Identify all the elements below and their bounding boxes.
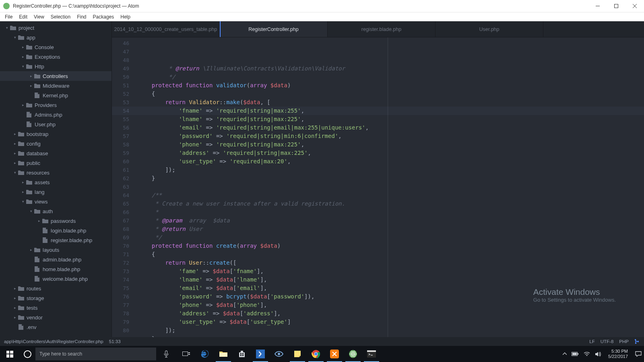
- code-line[interactable]: */: [138, 73, 644, 81]
- tree-folder-providers[interactable]: ▸Providers: [0, 100, 111, 110]
- tray-wifi-icon[interactable]: [584, 352, 590, 356]
- tab-registercontroller-php[interactable]: RegisterController.php: [220, 21, 328, 37]
- tree-file--env[interactable]: .env: [0, 322, 111, 332]
- tree-file-register-blade-php[interactable]: register.blade.php: [0, 235, 111, 245]
- code-line[interactable]: 'user_type' => 'required|max:20',: [138, 157, 644, 166]
- code-line[interactable]: 'email' => 'required|string|email|max:25…: [138, 123, 644, 132]
- menu-view[interactable]: View: [31, 13, 47, 21]
- tree-folder-bootstrap[interactable]: ▸bootstrap: [0, 129, 111, 139]
- chrome-icon[interactable]: [307, 346, 325, 362]
- task-view-button[interactable]: [177, 346, 196, 362]
- tray-volume-icon[interactable]: [595, 352, 601, 357]
- code-line[interactable]: return User::create([: [138, 259, 644, 267]
- tree-folder-assets[interactable]: ▸assets: [0, 177, 111, 187]
- menu-selection[interactable]: Selection: [47, 13, 74, 21]
- status-line-ending[interactable]: LF: [589, 339, 594, 344]
- menu-edit[interactable]: Edit: [16, 13, 31, 21]
- window-close-button[interactable]: [625, 0, 644, 12]
- tab-register-blade-php[interactable]: register.blade.php: [328, 21, 436, 37]
- tab-user-php[interactable]: User.php: [436, 21, 543, 37]
- tree-folder-views[interactable]: ▾views: [0, 197, 111, 206]
- tree-folder-passwords[interactable]: ▸passwords: [0, 216, 111, 226]
- tree-folder-console[interactable]: ▸Console: [0, 42, 111, 52]
- taskbar-clock[interactable]: 5:30 PM 5/22/2017: [606, 349, 630, 359]
- code-line[interactable]: */: [138, 233, 644, 242]
- code-line[interactable]: 'address' => 'required|string|max:225',: [138, 149, 644, 157]
- code-line[interactable]: 'email' => $data['email'],: [138, 284, 644, 292]
- app-icon-eye[interactable]: [270, 346, 288, 362]
- window-maximize-button[interactable]: [607, 0, 625, 12]
- tree-folder-layouts[interactable]: ▸layouts: [0, 245, 111, 255]
- tree-folder-controllers[interactable]: ▸Controllers: [0, 71, 111, 81]
- tree-file-home-blade-php[interactable]: home.blade.php: [0, 264, 111, 274]
- tree-file-kernel-php[interactable]: Kernel.php: [0, 90, 111, 100]
- code-content[interactable]: * @return \Illuminate\Contracts\Validati…: [134, 37, 644, 337]
- tree-folder-http[interactable]: ▾Http: [0, 62, 111, 71]
- code-line[interactable]: {: [138, 250, 644, 259]
- code-line[interactable]: * @return User: [138, 225, 644, 233]
- tree-folder-lang[interactable]: ▸lang: [0, 187, 111, 197]
- menu-find[interactable]: Find: [74, 13, 89, 21]
- app-icon-blue[interactable]: [251, 346, 270, 362]
- tree-folder-database[interactable]: ▸database: [0, 148, 111, 158]
- tab-2014-10-12-000000-create-users-table-php[interactable]: 2014_10_12_000000_create_users_table.php: [112, 21, 220, 37]
- code-line[interactable]: * Create a new user instance after a val…: [138, 200, 644, 208]
- tree-folder-middleware[interactable]: ▸Middleware: [0, 81, 111, 90]
- file-explorer-icon[interactable]: [214, 346, 233, 362]
- tree-folder-vendor[interactable]: ▸vendor: [0, 313, 111, 322]
- git-status-icon[interactable]: [634, 339, 640, 344]
- tree-folder-resources[interactable]: ▾resources: [0, 168, 111, 177]
- code-line[interactable]: 'lname' => $data['lname'],: [138, 276, 644, 284]
- tree-file-user-php[interactable]: User.php: [0, 119, 111, 129]
- menu-packages[interactable]: Packages: [90, 13, 118, 21]
- tree-folder-app[interactable]: ▾app: [0, 33, 111, 42]
- tree-file-admin-blade-php[interactable]: admin.blade.php: [0, 255, 111, 264]
- code-line[interactable]: return Validator::make($data, [: [138, 98, 644, 107]
- code-line[interactable]: 'phone' => $data['phone'],: [138, 301, 644, 309]
- code-line[interactable]: * @return \Illuminate\Contracts\Validati…: [138, 64, 644, 73]
- tree-file-login-blade-php[interactable]: login.blade.php: [0, 226, 111, 235]
- status-encoding[interactable]: UTF-8: [601, 339, 614, 344]
- tree-folder-tests[interactable]: ▸tests: [0, 303, 111, 313]
- code-line[interactable]: /**: [138, 191, 644, 200]
- code-line[interactable]: 'address' => $data['address'],: [138, 309, 644, 318]
- tree-folder-routes[interactable]: ▸routes: [0, 284, 111, 293]
- tree-folder-exceptions[interactable]: ▸Exceptions: [0, 52, 111, 62]
- file-tree-sidebar[interactable]: ▾project▾app▸Console▸Exceptions▾Http▸Con…: [0, 21, 112, 337]
- atom-app-icon[interactable]: [344, 346, 362, 362]
- code-line[interactable]: * @param array $data: [138, 216, 644, 225]
- code-line[interactable]: 'password' => bcrypt($data['password']),: [138, 292, 644, 301]
- tree-folder-public[interactable]: ▸public: [0, 158, 111, 168]
- cortana-button[interactable]: [19, 350, 35, 358]
- code-editor[interactable]: 4647484950515253545556575859606162636465…: [112, 37, 644, 337]
- code-line[interactable]: [138, 183, 644, 191]
- code-line[interactable]: protected function create(array $data): [138, 242, 644, 250]
- menu-file[interactable]: File: [2, 13, 16, 21]
- code-line[interactable]: {: [138, 90, 644, 98]
- code-line[interactable]: 'fame' => $data['fname'],: [138, 267, 644, 276]
- tree-file-admins-php[interactable]: Admins.php: [0, 110, 111, 119]
- status-file-path[interactable]: app\Http\Controllers\Auth\RegisterContro…: [4, 339, 103, 344]
- code-line[interactable]: }: [138, 335, 644, 337]
- code-line[interactable]: 'lname' => 'requried|string|max:225',: [138, 115, 644, 123]
- window-minimize-button[interactable]: [588, 0, 607, 12]
- menu-help[interactable]: Help: [117, 13, 134, 21]
- start-button[interactable]: [0, 346, 19, 362]
- edge-browser-icon[interactable]: [196, 346, 214, 362]
- code-line[interactable]: 'fname' => 'required|string|max:255',: [138, 107, 644, 115]
- action-center-icon[interactable]: [635, 351, 642, 357]
- tree-file-welcome-blade-php[interactable]: welcome.blade.php: [0, 274, 111, 284]
- status-grammar[interactable]: PHP: [619, 339, 629, 344]
- code-line[interactable]: protected function validator(array $data…: [138, 81, 644, 90]
- status-cursor-position[interactable]: 51:33: [109, 339, 121, 344]
- code-line[interactable]: *: [138, 208, 644, 216]
- code-line[interactable]: ]);: [138, 326, 644, 335]
- tree-folder-storage[interactable]: ▸storage: [0, 293, 111, 303]
- microphone-button[interactable]: [159, 350, 174, 358]
- code-line[interactable]: 'user_type' => $data['user_type']: [138, 318, 644, 326]
- tree-folder-project[interactable]: ▾project: [0, 23, 111, 33]
- code-line[interactable]: }: [138, 174, 644, 183]
- tree-folder-auth[interactable]: ▾auth: [0, 206, 111, 216]
- taskbar-search-input[interactable]: Type here to search: [35, 348, 156, 360]
- code-line[interactable]: 'password' => 'required|string|min:6|con…: [138, 132, 644, 140]
